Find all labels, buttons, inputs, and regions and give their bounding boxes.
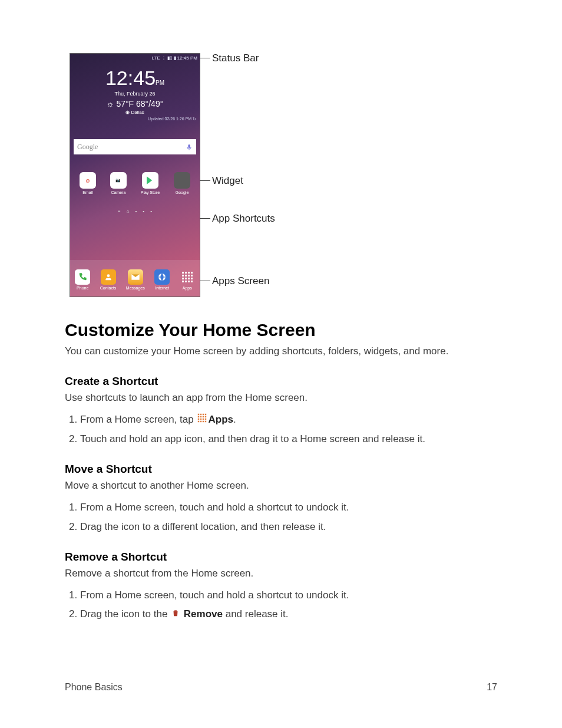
callout-widget: Widget [212, 175, 243, 187]
dock-apps[interactable]: Apps [180, 269, 195, 290]
text: and release it. [223, 608, 289, 620]
shortcut-label: Email [82, 190, 93, 195]
page-indicator: ≡⌂••• [70, 209, 200, 214]
svg-rect-11 [188, 278, 190, 279]
page-footer: Phone Basics 17 [65, 682, 497, 693]
svg-rect-8 [191, 275, 193, 276]
para-customize-intro: You can customize your Home screen by ad… [65, 345, 497, 358]
footer-page-number: 17 [487, 682, 497, 693]
steps-create: From a Home screen, tap Apps. Touch and … [65, 413, 497, 446]
para-create-intro: Use shortcuts to launch an app from the … [65, 391, 497, 405]
text-bold: Apps [208, 414, 233, 425]
text-bold: Remove [184, 608, 223, 620]
heading-customize: Customize Your Home Screen [65, 320, 497, 340]
svg-rect-16 [191, 281, 193, 282]
svg-rect-6 [185, 275, 187, 276]
para-remove-intro: Remove a shortcut from the Home screen. [65, 567, 497, 581]
heading-create-shortcut: Create a Shortcut [65, 375, 497, 388]
shortcut-camera[interactable]: 📷 Camera [110, 172, 127, 195]
svg-rect-17 [198, 414, 199, 415]
step-create-1: From a Home screen, tap Apps. [80, 413, 497, 427]
svg-rect-13 [182, 281, 184, 282]
phone-mockup: LTE ⋮ ▮▯ ▮ 12:45 PM 12:45PM Thu, Februar… [70, 53, 200, 297]
shortcut-email[interactable]: @ Email [80, 172, 96, 195]
weather-line: ☼ 57°F 68°/49° [70, 99, 200, 108]
text: . [233, 414, 236, 425]
svg-rect-32 [205, 421, 206, 422]
svg-rect-18 [200, 414, 201, 415]
svg-rect-26 [200, 419, 201, 420]
svg-rect-21 [198, 416, 199, 417]
steps-move: From a Home screen, touch and hold a sho… [65, 501, 497, 534]
clock-suffix: PM [156, 80, 164, 86]
text: Drag the icon to the [80, 608, 170, 620]
apps-icon [197, 413, 207, 427]
step-remove-1: From a Home screen, touch and hold a sho… [80, 589, 497, 602]
mic-icon[interactable] [186, 142, 193, 151]
step-remove-2: Drag the icon to the Remove and release … [80, 608, 497, 621]
date-line: Thu, February 26 [70, 91, 200, 97]
svg-rect-2 [185, 272, 187, 274]
step-move-2: Drag the icon to a different location, a… [80, 521, 497, 534]
step-create-2: Touch and hold an app icon, and then dra… [80, 433, 497, 446]
google-label: Google [77, 143, 98, 151]
app-shortcuts-row: @ Email 📷 Camera Play Store Google [70, 172, 200, 195]
svg-rect-4 [191, 272, 193, 274]
svg-rect-3 [188, 272, 190, 274]
shortcut-label: Google [176, 190, 189, 195]
location-line: ◉ Dallas [70, 110, 200, 115]
apps-grid-icon [181, 271, 193, 283]
dock-label: Messages [126, 286, 145, 290]
svg-rect-14 [185, 281, 187, 282]
home-screen-figure: LTE ⋮ ▮▯ ▮ 12:45 PM 12:45PM Thu, Februar… [70, 53, 340, 298]
svg-rect-19 [203, 414, 204, 415]
svg-rect-1 [182, 272, 184, 274]
dock-phone[interactable]: Phone [75, 269, 90, 290]
heading-remove-shortcut: Remove a Shortcut [65, 551, 497, 564]
google-search-widget[interactable]: Google [74, 139, 196, 154]
clock-widget: 12:45PM [70, 67, 200, 90]
svg-rect-7 [188, 275, 190, 276]
callout-status-bar: Status Bar [212, 52, 259, 64]
updated-line: Updated 02/26 1:26 PM ↻ [70, 117, 200, 121]
svg-rect-5 [182, 275, 184, 276]
dock-messages[interactable]: Messages [126, 269, 145, 290]
dock-contacts[interactable]: Contacts [100, 269, 117, 290]
trash-icon [171, 608, 180, 622]
para-move-intro: Move a shortcut to another Home screen. [65, 479, 497, 493]
dock: Phone Contacts Messages Internet [70, 260, 200, 297]
svg-rect-15 [188, 281, 190, 282]
text: From a Home screen, tap [80, 414, 196, 425]
dock-internet[interactable]: Internet [154, 269, 170, 290]
callout-apps-screen: Apps Screen [212, 275, 269, 287]
dock-label: Phone [77, 286, 88, 290]
step-move-1: From a Home screen, touch and hold a sho… [80, 501, 497, 515]
svg-rect-24 [205, 416, 206, 417]
footer-section: Phone Basics [65, 682, 123, 693]
dock-label: Apps [183, 286, 192, 290]
svg-rect-29 [198, 421, 199, 422]
shortcut-play-store[interactable]: Play Store [141, 172, 160, 195]
shortcut-google-folder[interactable]: Google [174, 172, 190, 195]
svg-rect-28 [205, 419, 206, 420]
dock-label: Contacts [100, 286, 117, 290]
shortcut-label: Play Store [141, 190, 160, 195]
svg-rect-27 [203, 419, 204, 420]
svg-rect-22 [200, 416, 201, 417]
status-bar: LTE ⋮ ▮▯ ▮ 12:45 PM [70, 54, 200, 63]
svg-rect-31 [203, 421, 204, 422]
svg-rect-20 [205, 414, 206, 415]
clock-time: 12:45 [105, 67, 156, 89]
svg-rect-12 [191, 278, 193, 279]
heading-move-shortcut: Move a Shortcut [65, 463, 497, 476]
svg-rect-23 [203, 416, 204, 417]
callout-app-shortcuts: App Shortcuts [212, 213, 275, 225]
svg-rect-10 [185, 278, 187, 279]
shortcut-label: Camera [111, 190, 125, 195]
svg-rect-25 [198, 419, 199, 420]
dock-label: Internet [155, 286, 169, 290]
svg-rect-30 [200, 421, 201, 422]
svg-rect-9 [182, 278, 184, 279]
steps-remove: From a Home screen, touch and hold a sho… [65, 589, 497, 622]
